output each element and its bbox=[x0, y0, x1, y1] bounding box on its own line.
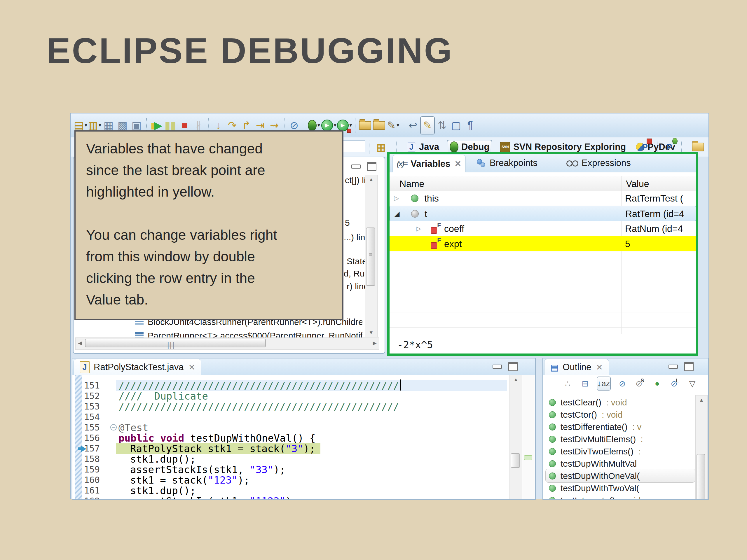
icon-glyph: ⊟ bbox=[582, 379, 588, 389]
filter-public-icon[interactable]: ● bbox=[651, 377, 663, 390]
variable-row-coeff[interactable]: ▷coeffRatNum (id=4 bbox=[390, 221, 696, 236]
scroll-up-icon[interactable]: ▲ bbox=[510, 377, 522, 383]
view-menu-icon[interactable]: ▽ bbox=[687, 377, 698, 390]
minimize-icon[interactable] bbox=[351, 164, 361, 168]
hide-local-types-icon[interactable]: ⊘L bbox=[669, 377, 681, 390]
debug-vertical-scrollbar[interactable]: ▲ ≡ ▼ bbox=[365, 175, 378, 337]
variable-row-t[interactable]: ◢tRatTerm (id=4 bbox=[390, 206, 696, 221]
outline-item[interactable]: testDifferentiate() : v bbox=[549, 422, 641, 432]
next-annotation-icon[interactable]: ⇅ bbox=[435, 117, 449, 134]
scroll-up-icon[interactable]: ▲ bbox=[365, 177, 377, 183]
code-line-152: 152//// Duplicate bbox=[72, 391, 507, 401]
outline-item[interactable]: testDivMultiElems() : bbox=[549, 434, 643, 444]
code-text: ////////////////////////////////////////… bbox=[119, 380, 399, 391]
scroll-left-icon[interactable]: ◀ bbox=[76, 340, 84, 346]
outline-item[interactable]: testClear() : void bbox=[549, 398, 627, 407]
editor-code-area[interactable]: 151/////////////////////////////////////… bbox=[72, 375, 507, 499]
tab-expressions[interactable]: Expressions bbox=[562, 154, 635, 172]
code-segment: public bbox=[119, 432, 154, 444]
open-perspective-icon[interactable]: ▦ bbox=[375, 138, 388, 156]
bug-shape bbox=[672, 138, 677, 144]
variables-tab-strip: (x)=Variables✕BreakpointsExpressions bbox=[390, 154, 696, 172]
close-icon[interactable]: ✕ bbox=[455, 159, 461, 168]
tab-variables[interactable]: (x)=Variables✕ bbox=[392, 155, 466, 172]
collapse-all-icon[interactable]: ⊟ bbox=[579, 377, 591, 390]
line-number: 155 bbox=[84, 422, 111, 433]
scrollbar-thumb[interactable] bbox=[511, 453, 520, 468]
expand-arrow-icon[interactable]: ▷ bbox=[416, 221, 421, 236]
code-segment: ////////////////////////////////////////… bbox=[119, 401, 399, 412]
link-with-editor-icon[interactable]: ▢ bbox=[449, 117, 463, 134]
variable-row-this[interactable]: ▷thisRatTermTest ( bbox=[390, 191, 696, 206]
scrollbar-thumb[interactable]: ≡ bbox=[366, 228, 375, 286]
outline-item[interactable]: testDupWithTwoVal( bbox=[549, 483, 639, 493]
variable-type-icon bbox=[431, 236, 437, 251]
variable-name: this bbox=[424, 191, 439, 206]
outline-item-type: : void bbox=[620, 496, 641, 500]
scroll-up-icon[interactable]: ▲ bbox=[696, 397, 707, 403]
code-segment: "33" bbox=[250, 464, 274, 475]
pydev-debug-icon[interactable]: P bbox=[667, 142, 672, 152]
variable-value: 5 bbox=[625, 236, 630, 251]
outline-item-type: : bbox=[638, 447, 641, 456]
java-file-icon: J bbox=[80, 361, 89, 373]
dropdown-caret-icon: ▾ bbox=[396, 122, 399, 128]
field-icon bbox=[431, 227, 437, 234]
close-icon[interactable]: ✕ bbox=[188, 363, 195, 372]
scrollbar-thumb[interactable]: ≡ bbox=[697, 454, 705, 500]
scroll-right-icon[interactable]: ▶ bbox=[371, 340, 379, 346]
variable-name: t bbox=[424, 206, 427, 221]
hide-fields-icon[interactable]: ⊘ bbox=[617, 377, 628, 390]
text-caret bbox=[400, 379, 401, 391]
outline-item-label: testDivMultiElems() bbox=[561, 434, 636, 444]
maximize-icon[interactable] bbox=[508, 362, 518, 371]
method-icon bbox=[549, 424, 556, 430]
variable-row-expt[interactable]: expt5 bbox=[390, 236, 696, 251]
last-edit-location-icon[interactable]: ↩ bbox=[406, 117, 420, 134]
focus-icon[interactable]: ∴ bbox=[562, 377, 573, 390]
outline-vertical-scrollbar[interactable]: ▲ ≡ bbox=[695, 395, 707, 499]
editor-tab[interactable]: J RatPolyStackTest.java ✕ bbox=[74, 359, 201, 375]
outline-item[interactable]: testDupWithOneVal( bbox=[549, 471, 640, 481]
expand-arrow-icon[interactable]: ▷ bbox=[394, 191, 399, 206]
editor-vertical-scrollbar[interactable]: ▲ bbox=[510, 375, 522, 499]
minimize-icon[interactable] bbox=[669, 365, 678, 369]
toolbar-separator bbox=[403, 118, 403, 133]
collapse-arrow-icon[interactable]: ◢ bbox=[394, 206, 400, 221]
pydev-breakpoint-icon[interactable]: P bbox=[642, 142, 648, 152]
outline-item[interactable]: testIntegrate() : void bbox=[549, 496, 641, 500]
outline-item[interactable]: testCtor() : void bbox=[549, 410, 623, 420]
scroll-down-icon[interactable]: ▼ bbox=[365, 330, 377, 336]
column-header-name[interactable]: Name bbox=[400, 176, 424, 191]
icon-glyph: ↩ bbox=[409, 120, 417, 131]
column-header-value[interactable]: Value bbox=[626, 176, 649, 191]
line-number: 154 bbox=[84, 412, 111, 422]
open-resource-icon[interactable] bbox=[372, 117, 386, 134]
outline-item[interactable]: testDivTwoElems() : bbox=[549, 447, 641, 456]
overview-annotation-marker[interactable] bbox=[524, 455, 532, 460]
icon-modifier: L bbox=[676, 378, 679, 384]
tab-breakpoints[interactable]: Breakpoints bbox=[472, 154, 542, 172]
outline-item-type: : void bbox=[606, 398, 627, 407]
maximize-icon[interactable] bbox=[684, 362, 694, 371]
toggle-mark-occurrences-icon[interactable]: ✎ bbox=[420, 116, 435, 134]
open-task-icon[interactable] bbox=[358, 117, 372, 134]
variable-name: expt bbox=[444, 236, 462, 251]
scrollbar-thumb[interactable]: ||| bbox=[85, 339, 266, 347]
method-icon bbox=[549, 436, 556, 443]
show-whitespace-icon[interactable]: ¶ bbox=[463, 117, 477, 134]
hide-static-icon[interactable]: ⊘S bbox=[634, 377, 646, 390]
maximize-icon[interactable] bbox=[367, 162, 377, 171]
minimize-icon[interactable] bbox=[493, 365, 502, 369]
editor-tab-strip: J RatPolyStackTest.java ✕ bbox=[72, 358, 535, 375]
close-icon[interactable]: ✕ bbox=[596, 363, 603, 372]
code-segment: assertStackIs(stk1, bbox=[130, 464, 250, 475]
search-icon[interactable]: ✎▾ bbox=[386, 117, 400, 134]
editor-overview-ruler[interactable] bbox=[523, 375, 535, 499]
fold-collapse-icon[interactable]: − bbox=[110, 424, 117, 430]
sort-alphabetical-icon[interactable]: ↓az bbox=[597, 377, 611, 391]
variable-value: RatNum (id=4 bbox=[625, 221, 683, 236]
debug-horizontal-scrollbar[interactable]: ◀ ||| ▶ bbox=[75, 338, 379, 350]
outline-item[interactable]: testDupWithMultVal bbox=[549, 459, 637, 469]
outline-tab[interactable]: ▤ Outline ✕ bbox=[544, 359, 609, 375]
